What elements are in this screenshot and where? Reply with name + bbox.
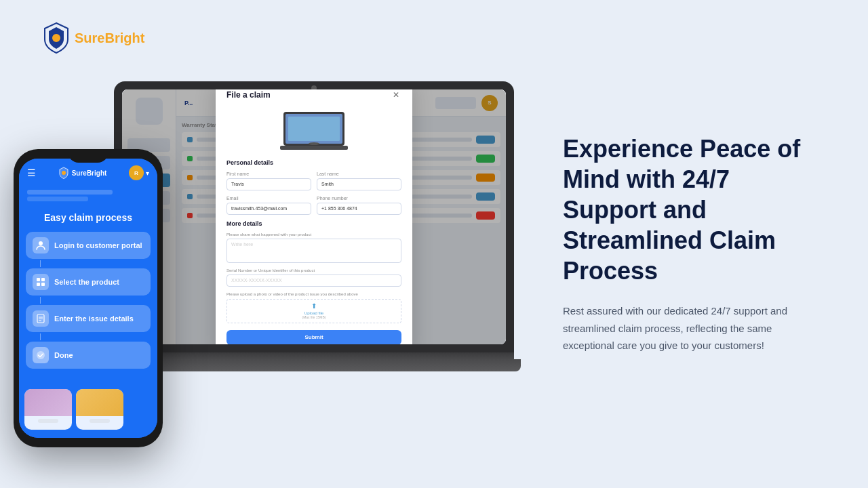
phone-step-product[interactable]: Select the product bbox=[26, 268, 151, 296]
phone: ☰ SureBright R ▾ bbox=[14, 149, 163, 447]
svg-rect-9 bbox=[37, 278, 40, 281]
logo-icon bbox=[42, 22, 71, 54]
grid-icon bbox=[33, 274, 49, 290]
personal-details-title: Personal details bbox=[226, 159, 401, 166]
document-icon bbox=[33, 310, 49, 327]
svg-point-0 bbox=[52, 34, 60, 42]
card-label bbox=[38, 419, 58, 423]
submit-button[interactable]: Submit bbox=[226, 330, 401, 345]
phone-notch bbox=[68, 149, 108, 163]
phone-label: Phone number bbox=[317, 196, 401, 201]
serial-input[interactable]: XXXXX-XXXXX-XXXXX bbox=[226, 274, 401, 287]
svg-rect-10 bbox=[41, 278, 45, 281]
page-wrapper: SureBright bbox=[0, 0, 868, 488]
step-connector bbox=[40, 297, 41, 304]
phone-field: Phone number +1 855 306 4874 bbox=[317, 196, 401, 215]
left-section: SureBright bbox=[0, 0, 529, 488]
laptop: P... S Warranty Status ↕ bbox=[114, 81, 514, 434]
svg-point-8 bbox=[39, 241, 43, 245]
modal-title: File a claim bbox=[226, 90, 271, 100]
phone-step-done[interactable]: Done bbox=[26, 342, 151, 369]
phone-bg-text bbox=[19, 186, 157, 205]
last-name-field: Last name Smith bbox=[317, 171, 401, 190]
svg-point-6 bbox=[309, 142, 319, 145]
card-label bbox=[90, 419, 110, 423]
product-image-container bbox=[280, 108, 348, 152]
modal-header: File a claim ✕ bbox=[226, 89, 401, 100]
phone-cards bbox=[19, 384, 157, 435]
submit-label: Submit bbox=[304, 334, 323, 340]
bg-line bbox=[27, 190, 113, 195]
phone-logo-text: SureBright bbox=[72, 169, 107, 177]
logo: SureBright bbox=[42, 22, 144, 54]
phone-screen: ☰ SureBright R ▾ bbox=[19, 159, 157, 438]
phone-input[interactable]: +1 855 306 4874 bbox=[317, 203, 401, 215]
logo-text: SureBright bbox=[75, 30, 144, 46]
upload-area[interactable]: ⬆ Upload file (Max file 15MB) bbox=[226, 299, 401, 323]
modal-close-button[interactable]: ✕ bbox=[391, 89, 401, 100]
svg-rect-11 bbox=[37, 283, 40, 286]
step-connector bbox=[40, 333, 41, 340]
last-name-label: Last name bbox=[317, 171, 401, 176]
name-row: First name Travis Last name Smith bbox=[226, 171, 401, 190]
step-product-label: Select the product bbox=[54, 278, 119, 286]
laptop-product-svg bbox=[280, 108, 348, 152]
email-input[interactable]: travissmith.453@mail.com bbox=[226, 203, 311, 215]
claim-section-title: Easy claim process bbox=[26, 205, 151, 232]
logo-sure: Sure bbox=[75, 30, 104, 45]
more-details-title: More details bbox=[226, 220, 401, 227]
product-card[interactable] bbox=[24, 389, 72, 430]
upload-sub: (Max file 15MB) bbox=[302, 315, 326, 319]
first-name-field: First name Travis bbox=[226, 171, 311, 190]
serial-placeholder: XXXXX-XXXXX-XXXXX bbox=[231, 278, 282, 283]
step-issue-label: Enter the issue details bbox=[54, 314, 134, 323]
claim-modal: File a claim ✕ bbox=[216, 89, 412, 344]
main-subtext: Rest assured with our dedicated 24/7 sup… bbox=[563, 302, 821, 354]
checkmark-icon bbox=[33, 347, 49, 363]
email-label: Email bbox=[226, 196, 311, 201]
card-image bbox=[76, 389, 123, 416]
product-card[interactable] bbox=[76, 389, 123, 430]
serial-label: Serial Number or Unique Identifier of th… bbox=[226, 268, 401, 272]
svg-rect-5 bbox=[280, 146, 348, 150]
product-preview bbox=[226, 108, 401, 152]
card-image bbox=[24, 389, 72, 416]
description-textarea[interactable]: Write here bbox=[226, 239, 401, 263]
phone-step-login[interactable]: Login to customer portal bbox=[26, 232, 151, 259]
chevron-down-icon[interactable]: ▾ bbox=[146, 169, 149, 177]
step-login-label: Login to customer portal bbox=[54, 241, 142, 249]
laptop-screen: P... S Warranty Status ↕ bbox=[122, 89, 506, 344]
first-name-label: First name bbox=[226, 171, 311, 176]
hamburger-icon[interactable]: ☰ bbox=[27, 167, 36, 178]
phone-claim-section: Easy claim process Login to customer por… bbox=[19, 205, 157, 369]
upload-icon: ⬆ bbox=[311, 302, 317, 310]
svg-rect-12 bbox=[41, 283, 45, 286]
phone-bottom bbox=[19, 384, 157, 438]
bg-line bbox=[27, 197, 88, 201]
svg-point-7 bbox=[62, 171, 66, 175]
upload-label: Please upload a photo or video of the pr… bbox=[226, 292, 401, 296]
right-section: Experience Peace of Mind with 24/7 Suppo… bbox=[529, 0, 868, 488]
logo-bright: Bright bbox=[104, 30, 144, 45]
phone-header: ☰ SureBright R ▾ bbox=[19, 159, 157, 186]
laptop-hinge bbox=[114, 352, 514, 359]
laptop-base bbox=[107, 359, 521, 371]
main-heading: Experience Peace of Mind with 24/7 Suppo… bbox=[563, 134, 827, 286]
email-field: Email travissmith.453@mail.com bbox=[226, 196, 311, 215]
modal-overlay: File a claim ✕ bbox=[122, 89, 506, 344]
step-done-label: Done bbox=[54, 351, 73, 359]
phone-logo: SureBright bbox=[58, 167, 107, 179]
dashboard-bg: P... S Warranty Status ↕ bbox=[122, 89, 506, 344]
description-label: Please share what happened with your pro… bbox=[226, 232, 401, 237]
phone-logo-icon bbox=[58, 167, 69, 179]
last-name-input[interactable]: Smith bbox=[317, 178, 401, 190]
description-placeholder: Write here bbox=[231, 242, 253, 247]
phone-container: ☰ SureBright R ▾ bbox=[14, 149, 163, 447]
step-connector bbox=[40, 260, 41, 267]
contact-row: Email travissmith.453@mail.com Phone num… bbox=[226, 196, 401, 215]
phone-step-issue[interactable]: Enter the issue details bbox=[26, 305, 151, 332]
laptop-screen-outer: P... S Warranty Status ↕ bbox=[114, 81, 514, 352]
phone-avatar: R bbox=[129, 165, 144, 180]
first-name-input[interactable]: Travis bbox=[226, 178, 311, 190]
phone-user-area: R ▾ bbox=[129, 165, 149, 180]
